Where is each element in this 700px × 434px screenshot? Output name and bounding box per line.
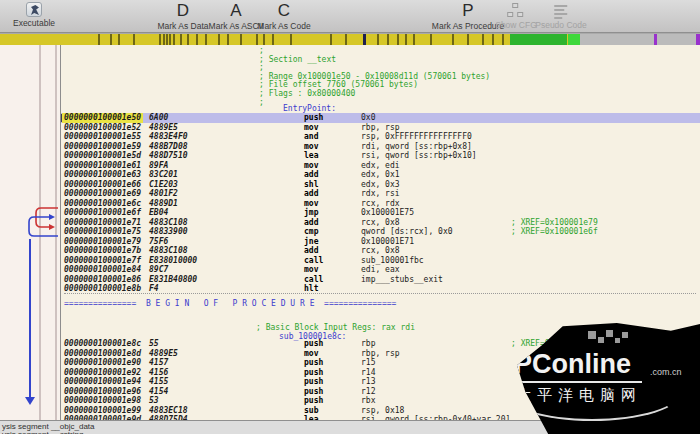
executable-button[interactable]: Executable	[6, 2, 62, 28]
asm-bytes: C1E203	[149, 180, 178, 190]
asm-mn: jmp	[304, 208, 318, 218]
button-label: Pseudo Code	[535, 20, 587, 30]
asm-row[interactable]: 0000000100001e7975F6jne0x100001E71	[61, 237, 700, 247]
asm-bytes: 89C7	[149, 265, 168, 275]
asm-addr: 0000000100001e59	[64, 142, 141, 152]
asm-row[interactable]: 0000000100001e6fEB04jmp0x100001E75	[61, 208, 700, 218]
asm-row[interactable]: 0000000100001e59488B7D08movrdi, qword [s…	[61, 142, 700, 152]
section-comment: ; Section __text	[259, 55, 336, 64]
button-label: Mark As Data	[157, 21, 208, 31]
asm-bytes: 4889D1	[149, 199, 178, 209]
asm-mn: mov	[304, 199, 318, 209]
asm-addr: 0000000100001e99	[64, 406, 141, 416]
asm-addr: 0000000100001e94	[64, 377, 141, 387]
asm-bytes: 75F6	[149, 237, 168, 247]
asm-mn: mov	[304, 265, 318, 275]
asm-bytes: 488D7510	[149, 151, 188, 161]
hopper-disassembler-window: Executable DMark As DataAMark As ASCIICM…	[0, 0, 700, 434]
asm-op: r15	[361, 358, 375, 368]
asm-addr: 0000000100001e75	[64, 227, 141, 237]
asm-op: r14	[361, 368, 375, 378]
asm-row[interactable]: 0000000100001e86E831B40800callimp___stub…	[61, 275, 700, 285]
asm-op: edx, edi	[361, 161, 400, 171]
asm-op: rcx, 0x8	[361, 218, 400, 228]
segment-navigation-bar[interactable]	[0, 33, 700, 45]
button-label: Mark As ASCII	[209, 21, 264, 31]
asm-bytes: 4883E4F0	[149, 132, 188, 142]
asm-row[interactable]: 0000000100001e506A00push0x0	[61, 113, 700, 123]
asm-bytes: 48833900	[149, 227, 188, 237]
asm-addr: 0000000100001e98	[64, 396, 141, 406]
asm-bytes: 4156	[149, 368, 168, 378]
asm-op: rcx, 0x8	[361, 246, 400, 256]
asm-addr: 0000000100001e63	[64, 170, 141, 180]
asm-op: qword [ds:rcx], 0x0	[361, 227, 453, 237]
asm-row[interactable]: 0000000100001e7548833900cmpqword [ds:rcx…	[61, 227, 700, 237]
asm-addr: 0000000100001e6c	[64, 199, 141, 209]
shortcut-letter: D	[157, 2, 208, 20]
asm-row[interactable]: 0000000100001e7b4883C108addrcx, 0x8	[61, 246, 700, 256]
asm-op: r13	[361, 377, 375, 387]
asm-row[interactable]: 0000000100001e7fE838010000callsub_100001…	[61, 256, 700, 266]
asm-row[interactable]: 0000000100001e6383C201addedx, 0x1	[61, 170, 700, 180]
asm-op: rcx, rdx	[361, 199, 400, 209]
asm-addr: 0000000100001e66	[64, 180, 141, 190]
executable-icon	[26, 2, 42, 17]
asm-op: rbp, rsp	[361, 123, 400, 133]
mark-as-button-d[interactable]: DMark As Data	[157, 2, 208, 31]
asm-op: 0x100001E75	[361, 208, 414, 218]
asm-mn: add	[304, 170, 318, 180]
asm-mn: cmp	[304, 227, 318, 237]
watermark-brand: PConline	[514, 349, 631, 380]
asm-op: r12	[361, 387, 375, 397]
asm-row[interactable]: 0000000100001e6c4889D1movrcx, rdx	[61, 199, 700, 209]
asm-mn: push	[304, 358, 323, 368]
asm-addr: 0000000100001e71	[64, 218, 141, 228]
asm-addr: 0000000100001e6f	[64, 208, 141, 218]
asm-bytes: 4157	[149, 358, 168, 368]
asm-bytes: 4889E5	[149, 349, 178, 359]
asm-bytes: E838010000	[149, 256, 197, 266]
asm-bytes: 6A00	[149, 113, 168, 123]
asm-op: rsi, qword [ss:rbp+0x10]	[361, 151, 477, 161]
begin-of-procedure-banner: =============== B E G I N O F P R O C E …	[64, 299, 396, 308]
mark-as-button-p[interactable]: PMark As Procedure	[432, 2, 504, 31]
asm-row[interactable]: 0000000100001e714883C108addrcx, 0x8; XRE…	[61, 218, 700, 228]
asm-mn: mov	[304, 123, 318, 133]
shortcut-letter: C	[257, 2, 310, 20]
asm-addr: 0000000100001e52	[64, 123, 141, 133]
asm-row[interactable]: 0000000100001e524889E5movrbp, rsp	[61, 123, 700, 133]
asm-addr: 0000000100001e7b	[64, 246, 141, 256]
asm-op: rbx	[361, 396, 375, 406]
asm-mn: mov	[304, 349, 318, 359]
jump-arrows-graphic	[0, 45, 60, 420]
asm-mn: add	[304, 189, 318, 199]
asm-row[interactable]: 0000000100001e8489C7movedi, eax	[61, 265, 700, 275]
cfg-icon	[507, 3, 525, 19]
shortcut-letter: P	[432, 2, 504, 20]
asm-op: rdx, rsi	[361, 189, 400, 199]
asm-addr: 0000000100001e50	[62, 113, 143, 123]
asm-mn: add	[304, 218, 318, 228]
mark-as-button-a[interactable]: AMark As ASCII	[209, 2, 264, 31]
asm-mn: sub	[304, 406, 318, 416]
asm-op: rsp, 0xFFFFFFFFFFFFFFF0	[361, 132, 472, 142]
asm-row[interactable]: 0000000100001e554883E4F0andrsp, 0xFFFFFF…	[61, 132, 700, 142]
asm-row[interactable]: 0000000100001e6189FAmovedx, edi	[61, 161, 700, 171]
button-label: Mark As Procedure	[432, 21, 504, 31]
button-label: Show CFG	[495, 20, 537, 30]
pseudo-code-icon	[552, 3, 570, 19]
asm-bytes: EB04	[149, 208, 168, 218]
pseudo-code-button: Pseudo Code	[535, 2, 587, 30]
asm-mn: lea	[304, 151, 318, 161]
asm-op: edx, 0x3	[361, 180, 400, 190]
asm-addr: 0000000100001e5d	[64, 151, 141, 161]
asm-row[interactable]: 0000000100001e5d488D7510learsi, qword [s…	[61, 151, 700, 161]
asm-op: imp___stubs__exit	[361, 275, 443, 285]
asm-mn: push	[304, 396, 323, 406]
asm-bytes: E831B40800	[149, 275, 197, 285]
mark-as-button-c[interactable]: CMark As Code	[257, 2, 310, 31]
asm-row[interactable]: 0000000100001e694801F2addrdx, rsi	[61, 189, 700, 199]
asm-row[interactable]: 0000000100001e66C1E203shledx, 0x3	[61, 180, 700, 190]
asm-op: rsp, 0x18	[361, 406, 404, 416]
